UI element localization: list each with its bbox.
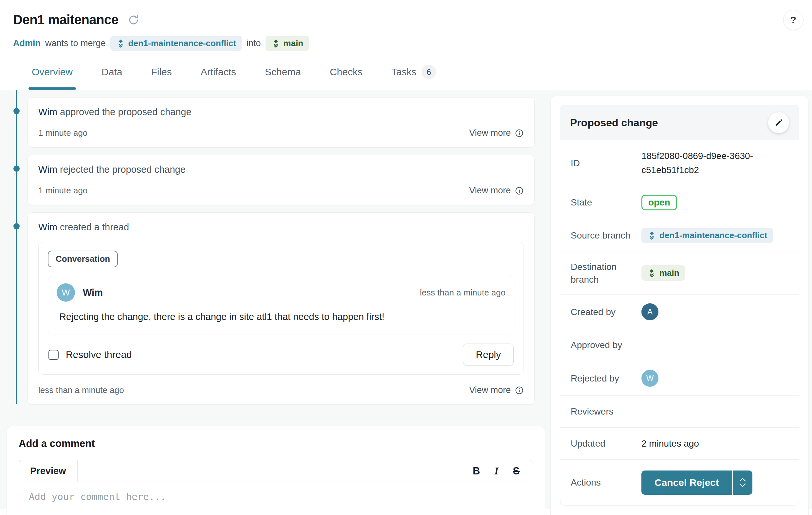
branch-layers-icon <box>116 39 125 48</box>
timeline-card-approved: Wim approved the proposed change 1 minut… <box>28 97 535 148</box>
tab-label: Artifacts <box>201 66 236 78</box>
tab-schema[interactable]: Schema <box>264 61 301 90</box>
event-footer: 1 minute ago View more <box>38 128 524 138</box>
comment-header: W Wim less than a minute ago <box>57 283 505 302</box>
proposed-change-header: Proposed change <box>560 105 799 140</box>
destination-branch-name: main <box>284 38 303 49</box>
event-title: Wim approved the proposed change <box>38 107 524 118</box>
destination-branch-chip[interactable]: main <box>265 36 310 51</box>
pencil-icon <box>774 118 783 127</box>
author-link[interactable]: Admin <box>13 38 40 49</box>
preview-tab[interactable]: Preview <box>19 460 78 482</box>
source-branch-name: den1-maintenance-conflict <box>660 230 767 241</box>
row-created-by: Created by A <box>560 295 799 329</box>
row-label: Reviewers <box>571 405 641 418</box>
event-actor: Wim <box>38 222 57 232</box>
branch-layers-icon <box>647 231 656 240</box>
tasks-count-badge: 6 <box>422 65 436 79</box>
title-row: Den1 maitenance <box>13 12 799 27</box>
event-action: created a thread <box>60 222 129 232</box>
merge-subtitle: Admin wants to merge den1-maintenance-co… <box>13 36 799 51</box>
actions-dropdown-button[interactable] <box>732 471 752 495</box>
state-badge: open <box>641 195 677 210</box>
event-action: approved the proposed change <box>60 107 191 117</box>
comment-editor: Preview B I S <box>19 460 533 515</box>
main-region: Wim approved the proposed change 1 minut… <box>0 90 812 509</box>
event-time: 1 minute ago <box>38 128 87 138</box>
strikethrough-icon[interactable]: S <box>513 465 520 477</box>
tab-artifacts[interactable]: Artifacts <box>200 61 237 90</box>
row-source-branch: Source branch den1-maintenance-conflict <box>560 219 799 252</box>
italic-icon[interactable]: I <box>494 465 498 477</box>
thread-footer: Resolve thread Reply <box>48 343 514 366</box>
destination-branch-chip[interactable]: main <box>641 265 685 281</box>
row-label: Created by <box>571 306 641 319</box>
view-more-link[interactable]: View more <box>469 385 524 395</box>
avatar: W <box>641 370 659 387</box>
into-text: into <box>246 38 261 49</box>
comment-time: less than a minute ago <box>420 287 505 298</box>
cancel-reject-button[interactable]: Cancel Reject <box>641 471 732 495</box>
destination-branch-name: main <box>660 268 679 278</box>
resolve-thread-checkbox[interactable] <box>49 350 59 360</box>
event-action: rejected the proposed change <box>60 164 186 175</box>
row-approved-by: Approved by <box>560 329 799 361</box>
proposed-change-title: Proposed change <box>570 117 658 129</box>
row-id: ID 185f2080-0869-d9ee-3630-c51eb51f1cb2 <box>560 140 799 186</box>
format-buttons: B I S <box>473 460 533 482</box>
timeline-dot-icon <box>13 165 20 172</box>
row-label: Updated <box>571 437 641 450</box>
sidebar-container: Proposed change ID 185f2080-0869-d9ee-36… <box>550 95 809 515</box>
row-actions: Actions Cancel Reject <box>560 459 799 505</box>
event-time: less than a minute ago <box>38 385 124 395</box>
editor-toolbar: Preview B I S <box>19 460 533 482</box>
tab-overview[interactable]: Overview <box>31 61 73 90</box>
tab-label: Data <box>102 66 122 78</box>
chevron-down-icon <box>739 483 746 487</box>
bold-icon[interactable]: B <box>473 465 480 477</box>
view-more-link[interactable]: View more <box>469 128 524 138</box>
edit-button[interactable] <box>768 112 789 133</box>
event-footer: 1 minute ago View more <box>38 185 524 196</box>
branch-layers-icon <box>271 39 280 48</box>
view-more-label: View more <box>469 128 511 138</box>
add-comment-section: Add a comment Preview B I S <box>6 426 545 515</box>
row-label: Destination branch <box>571 261 641 286</box>
info-icon <box>515 129 524 138</box>
refresh-icon[interactable] <box>127 13 140 27</box>
source-branch-chip[interactable]: den1-maintenance-conflict <box>110 36 242 51</box>
tab-data[interactable]: Data <box>101 61 123 90</box>
source-branch-chip[interactable]: den1-maintenance-conflict <box>641 228 773 243</box>
tab-label: Overview <box>32 66 73 78</box>
event-actor: Wim <box>38 164 57 175</box>
tab-label: Checks <box>330 66 362 78</box>
activity-column: Wim approved the proposed change 1 minut… <box>0 90 545 515</box>
thread-comment: W Wim less than a minute ago Rejecting t… <box>48 276 514 334</box>
comment-input[interactable] <box>19 482 533 515</box>
proposed-change-card: Proposed change ID 185f2080-0869-d9ee-36… <box>560 105 799 506</box>
row-label: Approved by <box>571 339 641 352</box>
chevron-up-icon <box>739 478 746 482</box>
event-title: Wim rejected the proposed change <box>38 164 524 175</box>
page-header: Den1 maitenance ? Admin wants to merge d… <box>0 0 812 90</box>
source-branch-name: den1-maintenance-conflict <box>128 38 236 49</box>
row-state: State open <box>560 186 799 219</box>
tab-label: Files <box>151 66 172 78</box>
reply-button[interactable]: Reply <box>463 343 514 366</box>
help-button[interactable]: ? <box>783 10 804 30</box>
timeline-card-rejected: Wim rejected the proposed change 1 minut… <box>28 155 535 205</box>
tab-label: Tasks <box>391 66 416 78</box>
row-label: State <box>571 196 641 209</box>
info-icon <box>515 386 524 395</box>
tab-checks[interactable]: Checks <box>329 61 363 90</box>
event-time: 1 minute ago <box>38 185 87 196</box>
row-reviewers: Reviewers <box>560 395 799 427</box>
avatar: A <box>641 303 659 320</box>
row-label: Source branch <box>571 229 641 242</box>
timeline: Wim approved the proposed change 1 minut… <box>0 90 545 405</box>
tab-tasks[interactable]: Tasks 6 <box>390 61 437 90</box>
comment-body: Rejecting the change, there is a change … <box>59 311 505 322</box>
conversation-chip: Conversation <box>48 251 118 267</box>
tab-files[interactable]: Files <box>150 61 172 90</box>
view-more-link[interactable]: View more <box>469 185 524 196</box>
